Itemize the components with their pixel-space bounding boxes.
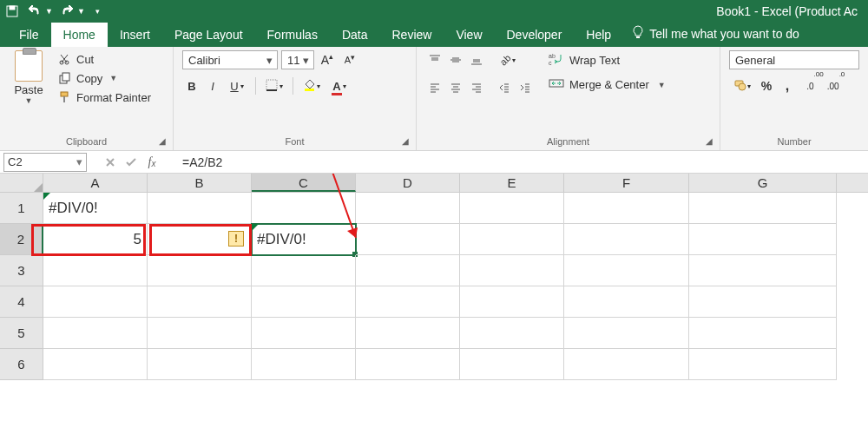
column-header-G[interactable]: G [689,174,837,192]
cell-E3[interactable] [460,255,564,286]
wrap-text-button[interactable]: abc Wrap Text [545,50,669,70]
underline-button[interactable]: U▾ [224,76,250,95]
column-header-A[interactable]: A [43,174,148,192]
undo-icon[interactable] [26,3,43,20]
cell-G6[interactable] [689,349,837,380]
cell-E2[interactable] [460,224,564,255]
cell-E6[interactable] [460,349,564,380]
cell-A1[interactable]: #DIV/0! [43,193,148,224]
insert-function-button[interactable]: fx [144,155,160,170]
cell-F3[interactable] [564,255,689,286]
align-bottom-button[interactable] [467,50,486,69]
cell-D2[interactable] [356,224,460,255]
cell-G5[interactable] [689,318,837,349]
column-header-C[interactable]: C [252,174,356,192]
cell-D3[interactable] [356,255,460,286]
cell-A4[interactable] [43,286,148,318]
fill-color-button[interactable]: ▾ [299,76,325,95]
paste-dropdown-icon[interactable]: ▼ [25,96,33,105]
cell-A3[interactable] [43,255,148,286]
cell-B4[interactable] [148,286,252,318]
alignment-dialog-launcher-icon[interactable]: ◢ [704,136,714,147]
cell-B6[interactable] [148,349,252,380]
chevron-down-icon[interactable]: ▼ [658,81,666,89]
italic-button[interactable]: I [203,76,222,95]
cell-C3[interactable] [252,255,356,286]
copy-button[interactable]: Copy ▼ [54,69,155,87]
cell-E5[interactable] [460,318,564,349]
cell-C5[interactable] [252,318,356,349]
tab-file[interactable]: File [7,23,51,47]
cell-D1[interactable] [356,193,460,224]
cell-B5[interactable] [148,318,252,349]
cell-C1[interactable] [252,193,356,224]
cell-F6[interactable] [564,349,689,380]
tab-view[interactable]: View [444,23,494,47]
cell-E4[interactable] [460,286,564,318]
cell-F4[interactable] [564,286,689,318]
paste-button[interactable]: Paste ▼ [9,50,49,106]
name-box[interactable]: C2 ▾ [3,153,87,172]
borders-button[interactable]: ▾ [261,76,287,95]
tell-me-search[interactable]: Tell me what you want to do [623,20,808,47]
align-center-button[interactable] [446,78,465,97]
cell-C2[interactable]: #DIV/0! [252,224,356,255]
merge-center-button[interactable]: Merge & Center ▼ [545,76,669,94]
column-header-B[interactable]: B [148,174,252,192]
cancel-formula-button[interactable] [102,155,118,170]
tab-page-layout[interactable]: Page Layout [162,23,255,47]
formula-input[interactable]: =A2/B2 [175,155,868,169]
row-header-5[interactable]: 5 [0,318,43,349]
increase-font-size-button[interactable]: A▴ [318,50,337,69]
row-header-4[interactable]: 4 [0,286,43,318]
increase-indent-button[interactable] [516,78,535,97]
column-header-E[interactable]: E [460,174,564,192]
clipboard-dialog-launcher-icon[interactable]: ◢ [157,136,168,147]
cell-G2[interactable] [689,224,837,255]
tab-help[interactable]: Help [574,23,623,47]
column-header-D[interactable]: D [356,174,460,192]
tab-developer[interactable]: Developer [495,23,575,47]
cell-C4[interactable] [252,286,356,318]
tab-insert[interactable]: Insert [108,23,162,47]
cut-button[interactable]: Cut [54,50,155,68]
align-right-button[interactable] [467,78,486,97]
cell-G4[interactable] [689,286,837,318]
cell-F1[interactable] [564,193,689,224]
cell-D4[interactable] [356,286,460,318]
save-icon[interactable] [3,3,21,20]
cell-A6[interactable] [43,349,148,380]
percent-style-button[interactable]: % [757,76,776,95]
row-header-6[interactable]: 6 [0,349,43,380]
redo-dropdown-icon[interactable]: ▼ [77,7,85,16]
row-header-1[interactable]: 1 [0,193,43,224]
error-trace-button[interactable]: ! [228,231,244,247]
select-all-corner[interactable] [0,174,43,193]
font-size-combo[interactable]: 11 ▾ [281,50,314,69]
cell-B3[interactable] [148,255,252,286]
comma-style-button[interactable]: , [778,76,797,95]
increase-decimal-button[interactable]: .0.00 [806,76,825,95]
cell-F2[interactable] [564,224,689,255]
decrease-indent-button[interactable] [495,78,514,97]
cell-F5[interactable] [564,318,689,349]
align-left-button[interactable] [425,78,444,97]
row-header-2[interactable]: 2 [0,224,43,255]
cell-G3[interactable] [689,255,837,286]
decrease-font-size-button[interactable]: A▾ [340,50,359,69]
decrease-decimal-button[interactable]: .00.0 [826,76,845,95]
cell-D5[interactable] [356,318,460,349]
cell-C6[interactable] [252,349,356,380]
tab-review[interactable]: Review [380,23,444,47]
font-color-button[interactable]: A ▾ [326,76,352,95]
align-top-button[interactable] [425,50,444,69]
tab-home[interactable]: Home [51,23,108,47]
copy-dropdown-icon[interactable]: ▼ [109,74,117,82]
accounting-format-button[interactable]: ▾ [729,76,755,95]
cell-A5[interactable] [43,318,148,349]
row-header-3[interactable]: 3 [0,255,43,286]
number-format-combo[interactable]: General [729,50,859,69]
cell-D6[interactable] [356,349,460,380]
tab-formulas[interactable]: Formulas [255,23,330,47]
enter-formula-button[interactable] [123,155,139,170]
